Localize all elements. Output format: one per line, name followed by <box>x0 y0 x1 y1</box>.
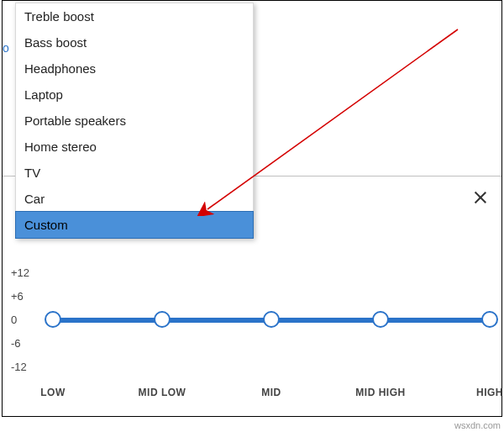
watermark: wsxdn.com <box>454 420 501 430</box>
eq-band-label: MID <box>261 387 281 398</box>
eq-y-tick: +6 <box>11 284 39 308</box>
eq-y-ticks: +12+60-6-12 <box>11 261 39 378</box>
close-icon[interactable] <box>473 190 488 205</box>
app-window: o Treble boostBass boostHeadphonesLaptop… <box>2 0 502 417</box>
eq-slider-thumb[interactable] <box>481 311 498 328</box>
preset-option[interactable]: Car <box>16 186 253 212</box>
eq-y-tick: 0 <box>11 308 39 331</box>
preset-option[interactable]: Portable speakers <box>16 108 253 134</box>
eq-area: +12+60-6-12 LOWMID LOWMIDMID HIGHHIGH <box>11 261 490 399</box>
preset-option[interactable]: Home stereo <box>16 134 253 160</box>
eq-slider-thumb[interactable] <box>372 311 389 328</box>
preset-option[interactable]: Bass boost <box>16 29 253 55</box>
preset-option[interactable]: Custom <box>15 211 254 239</box>
preset-option[interactable]: Treble boost <box>16 3 253 29</box>
eq-slider-thumb[interactable] <box>154 311 171 328</box>
preset-option[interactable]: Laptop <box>16 82 253 108</box>
eq-band-label: LOW <box>40 387 66 398</box>
eq-preset-dropdown[interactable]: Treble boostBass boostHeadphonesLaptopPo… <box>15 3 254 239</box>
eq-band-label: MID HIGH <box>355 387 405 398</box>
eq-slider-thumb[interactable] <box>263 311 280 328</box>
eq-y-tick: -6 <box>11 331 39 355</box>
eq-thumbs <box>53 311 490 328</box>
eq-band-label: MID LOW <box>139 387 186 398</box>
eq-y-tick: -12 <box>11 355 39 378</box>
eq-x-labels: LOWMID LOWMIDMID HIGHHIGH <box>53 387 490 402</box>
eq-slider-thumb[interactable] <box>45 311 61 328</box>
preset-option[interactable]: Headphones <box>16 55 253 82</box>
eq-y-tick: +12 <box>11 261 39 284</box>
side-hint: o <box>3 41 11 55</box>
eq-band-label: HIGH <box>476 387 503 398</box>
preset-option[interactable]: TV <box>16 160 253 186</box>
